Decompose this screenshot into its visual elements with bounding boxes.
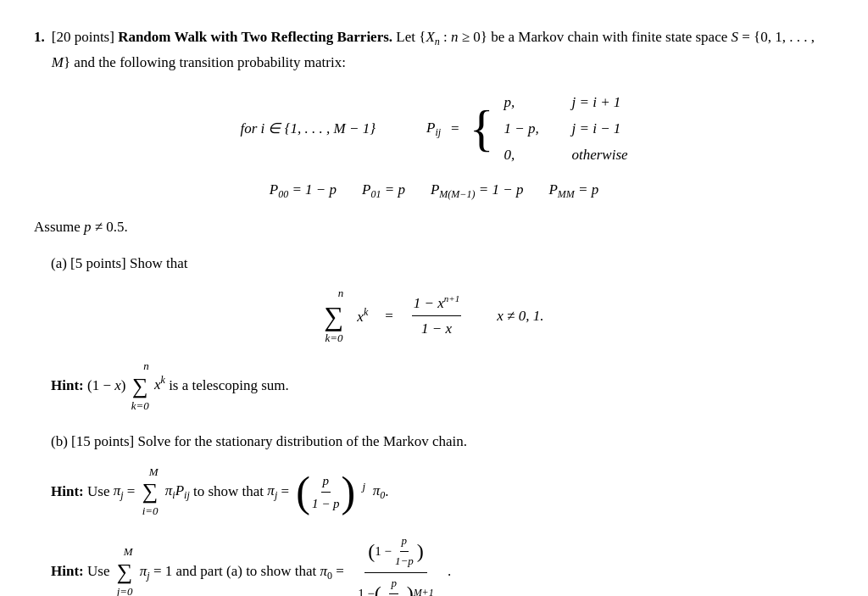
left-paren-b1: ( [296,471,310,513]
boundary-conditions: P00 = 1 − p P01 = p PM(M−1) = 1 − p PMM … [34,178,834,203]
part-b-label: (b) [15 points] Solve for the stationary… [51,430,834,453]
hint-b1: Hint: Use πj = M ∑ i=0 πiPij to show tha… [51,464,834,521]
points-label: [20 points] [52,29,114,45]
fraction-denominator: 1 − x [420,316,453,340]
pmm1: PM(M−1) = 1 − p [431,178,523,203]
1-p-denominator: 1 − p [310,493,342,514]
problem-container: 1. [20 points] Random Walk with Two Refl… [34,25,834,596]
sum-formula-display: n ∑ k=0 xk = 1 − xn+1 1 − x x ≠ 0, 1. [34,285,834,348]
hint-b1-fraction-paren: ( p 1 − p ) [296,471,355,514]
pi0-denominator: 1 − ( p 1−p ) M+1 [354,573,437,596]
hint-b2-label: Hint: [51,563,84,579]
hint-sigma-block: n ∑ k=0 [131,358,149,415]
case2-condition: j = i − 1 [571,117,620,140]
inner-frac-den: p 1−p [383,575,405,596]
equals-sign: = [451,117,459,140]
case-row-1: p, j = i + 1 [504,91,627,114]
case3-condition: otherwise [571,143,627,166]
case-row-2: 1 − p, j = i − 1 [504,117,627,140]
case1-condition: j = i + 1 [571,91,620,114]
case1-value: p, [504,91,546,114]
pi0-numerator: ( 1 − p 1−p ) [364,532,427,573]
pij-symbol: Pij [426,116,441,142]
exponent-j: j [363,480,366,493]
p01: P01 = p [362,178,405,203]
hint-b2-sigma: M ∑ j=0 [117,543,133,596]
case-row-3: 0, otherwise [504,143,627,166]
matrix-section: for i ∈ {1, . . . , M − 1} Pij = { p, j … [34,91,834,167]
fraction-numerator: 1 − xn+1 [412,292,461,316]
part-b-section: (b) [15 points] Solve for the stationary… [34,430,834,596]
sigma-symbol-a: ∑ [325,303,344,330]
hint-a: Hint: (1 − x) n ∑ k=0 xk is a telescopin… [51,358,834,415]
sum-fraction: 1 − xn+1 1 − x [412,292,461,340]
M-plus-1-exp: M+1 [414,585,434,596]
inner-frac-num: p 1−p [393,532,415,571]
hint-a-label: Hint: [51,376,84,393]
hint-b1-label: Hint: [51,482,84,499]
assume-line: Assume p ≠ 0.5. [34,215,834,238]
sum-upper-n: n [338,285,344,303]
problem-title: Random Walk with Two Reflecting Barriers… [118,29,396,45]
fraction-rhs-a: 1 − xn+1 1 − x [412,292,461,340]
hint-b2: Hint: Use M ∑ j=0 πj = 1 and part (a) to… [51,532,834,596]
pij-display: Pij = { p, j = i + 1 1 − p, j = i − 1 0,… [426,91,628,167]
part-a-label: (a) [5 points] Show that [51,252,834,275]
pi0-big-fraction: ( 1 − p 1−p ) 1 − ( [354,532,437,596]
p00: P00 = 1 − p [270,178,337,203]
hint-b1-sigma: M ∑ i=0 [142,464,159,521]
case2-value: 1 − p, [504,117,546,140]
right-paren-b1: ) [342,471,356,513]
for-i-expression: for i ∈ {1, . . . , M − 1} [240,117,376,140]
left-brace-icon: { [470,103,494,153]
problem-header: 1. [20 points] Random Walk with Two Refl… [34,25,834,75]
problem-text: [20 points] Random Walk with Two Reflect… [52,25,834,75]
cases-list: p, j = i + 1 1 − p, j = i − 1 0, otherwi… [504,91,627,167]
p-numerator: p [321,471,331,493]
equals-a: = [385,304,393,327]
brace-cases: { p, j = i + 1 1 − p, j = i − 1 0, other… [470,91,628,167]
p-over-1-p-fraction: p 1 − p [310,471,342,514]
sigma-sum-a: n ∑ k=0 [325,285,344,348]
pmm: PMM = p [548,178,598,203]
problem-number: 1. [34,25,45,75]
sum-lower-k0: k=0 [325,330,342,348]
x-not-equal: x ≠ 0, 1. [497,304,543,327]
xk-term: xk [357,304,368,328]
case3-value: 0, [504,143,546,166]
